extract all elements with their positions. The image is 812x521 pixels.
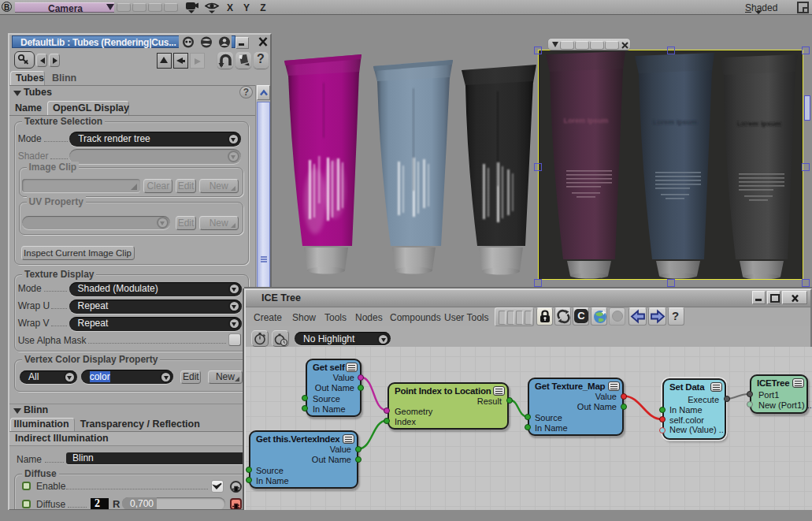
svg-text:Lorem Ipsum: Lorem Ipsum (564, 117, 609, 125)
svg-text:Lorem Ipsum: Lorem Ipsum (737, 120, 782, 128)
svg-text:Lorem Ipsum: Lorem Ipsum (653, 118, 698, 126)
